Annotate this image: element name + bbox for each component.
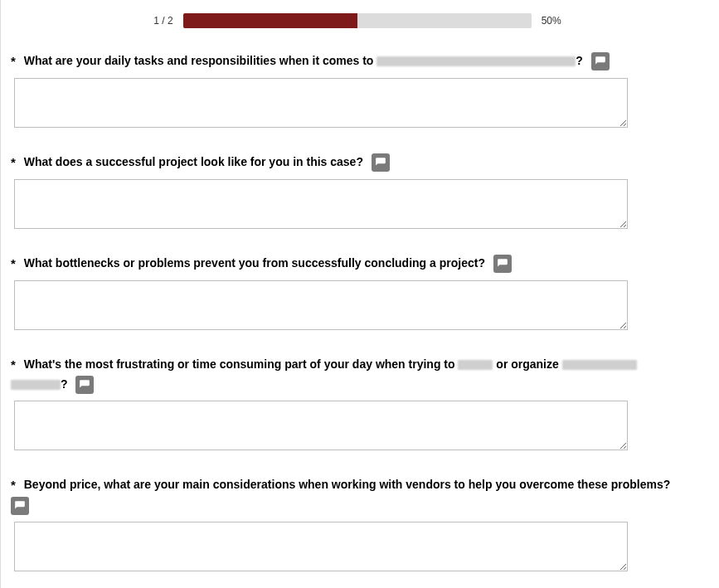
question-label-2: * What does a successful project look li… [11,153,704,173]
speech-bubble-icon [497,258,508,270]
question-label-3: * What bottlenecks or problems prevent y… [11,254,704,274]
question-text-1b: ? [576,54,583,67]
speech-bubble-icon [595,56,606,67]
question-text-4b: or organize [493,357,561,371]
progress-bar [183,13,532,28]
speech-bubble-icon [79,379,90,391]
redacted-text [458,360,493,370]
progress-wrap: 1 / 2 50% [11,13,704,28]
question-text-3: What bottlenecks or problems prevent you… [24,256,485,270]
answer-input-5[interactable] [14,522,628,571]
redacted-text [11,380,61,390]
question-block-2: * What does a successful project look li… [11,153,704,229]
question-text-2: What does a successful project look like… [24,155,363,168]
comment-button[interactable] [591,52,610,70]
progress-fill [183,13,357,28]
answer-input-1[interactable] [14,78,628,128]
question-text-1a: What are your daily tasks and responsibi… [24,54,377,67]
question-label-5: * Beyond price, what are your main consi… [11,475,704,514]
answer-input-4[interactable] [14,401,628,450]
progress-percent-label: 50% [542,15,561,27]
answer-input-3[interactable] [14,280,628,330]
redacted-text [562,360,637,370]
comment-button[interactable] [75,376,94,394]
required-mark: * [11,54,16,68]
question-text-4a: What's the most frustrating or time cons… [24,357,459,371]
question-block-5: * Beyond price, what are your main consi… [11,475,704,571]
question-text-4c: ? [61,377,68,391]
required-mark: * [11,256,16,270]
comment-button[interactable] [493,255,512,273]
answer-input-2[interactable] [14,179,628,229]
question-label-1: * What are your daily tasks and responsi… [11,51,704,71]
question-block-3: * What bottlenecks or problems prevent y… [11,254,704,330]
question-text-5: Beyond price, what are your main conside… [24,478,671,491]
speech-bubble-icon [375,157,386,168]
question-label-4: * What's the most frustrating or time co… [11,355,704,394]
progress-step-label: 1 / 2 [153,15,172,27]
required-mark: * [11,357,16,372]
speech-bubble-icon [14,500,26,512]
question-block-4: * What's the most frustrating or time co… [11,355,704,450]
survey-page: 1 / 2 50% * What are your daily tasks an… [0,0,719,588]
redacted-text [377,56,576,66]
question-block-1: * What are your daily tasks and responsi… [11,51,704,128]
comment-button[interactable] [11,497,29,515]
required-mark: * [11,478,16,492]
comment-button[interactable] [372,153,390,172]
required-mark: * [11,155,16,169]
